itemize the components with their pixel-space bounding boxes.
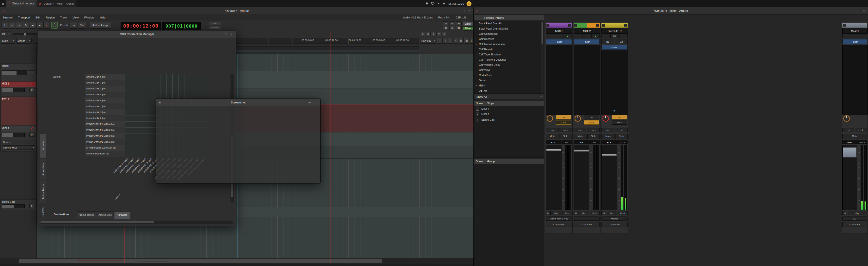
comments-button[interactable]: Comments bbox=[574, 222, 600, 227]
page-tab-editor[interactable]: Editor bbox=[463, 22, 473, 26]
sync-source-combo[interactable]: Int. bbox=[1, 32, 11, 36]
port-row[interactable]: Unitor8 MIDI 2 (in) bbox=[85, 103, 125, 109]
group-button[interactable]: Grp bbox=[579, 211, 589, 215]
strips-list[interactable]: MIDI 1 MIDI 2 Stereo GTR bbox=[474, 106, 544, 158]
fader-processor-button[interactable]: Fader bbox=[842, 39, 867, 44]
port-row[interactable]: Unitor8 MIDI 4 (in) bbox=[85, 92, 125, 98]
mouse-mode-stretch-button[interactable]: ↔ bbox=[448, 38, 453, 43]
monitor-disk-button[interactable]: Disk bbox=[556, 120, 571, 125]
zoom-fit-button[interactable]: ▢ bbox=[436, 32, 441, 36]
zoom-in-button[interactable]: ⊕ bbox=[426, 32, 431, 36]
solo-indicator-button[interactable]: Solo bbox=[209, 22, 221, 25]
port-row[interactable]: Unitor8 MIDI 6 (in) bbox=[85, 74, 125, 80]
audition-indicator-button[interactable]: Audition bbox=[209, 26, 221, 29]
checkbox-checked-icon[interactable] bbox=[476, 118, 479, 122]
taskbar-window-editor[interactable]: A *Default 4 - Ardour bbox=[6, 0, 36, 7]
menu-window[interactable]: Window bbox=[84, 16, 94, 19]
destination-tab-ardour-misc[interactable]: Ardour Misc bbox=[97, 211, 114, 218]
solo-lock-button[interactable]: Lock bbox=[559, 128, 572, 132]
gain-fader[interactable] bbox=[574, 145, 589, 210]
source-tab-ardour-tracks[interactable]: Ardour Tracks bbox=[40, 180, 46, 203]
mute-button[interactable]: Mute bbox=[574, 134, 587, 139]
strip-header-icon[interactable] bbox=[547, 24, 549, 27]
playhead-line[interactable] bbox=[330, 31, 331, 265]
gain-display[interactable]: -1.2 bbox=[546, 140, 561, 144]
solo-iso-button[interactable]: Iso bbox=[601, 128, 614, 132]
display-icon[interactable] bbox=[431, 2, 434, 5]
track-header-master[interactable]: Master bbox=[0, 64, 36, 81]
track-name[interactable]: Stereo GTR bbox=[1, 200, 36, 203]
port-row[interactable]: Unitor8 MIDI 1 (in) bbox=[85, 86, 125, 92]
primary-clock[interactable]: 00:00:12:00 bbox=[121, 22, 161, 30]
layout-icon-button[interactable]: ⊞ bbox=[449, 26, 455, 30]
zoom-focus-combo[interactable]: Playhead bbox=[420, 38, 436, 43]
ruler-menu-button[interactable]: ≡ bbox=[442, 32, 447, 36]
stop-button[interactable]: ■ bbox=[36, 22, 43, 29]
monitor-disk-button[interactable]: Disk bbox=[612, 120, 627, 125]
pan-knob[interactable] bbox=[547, 115, 553, 122]
mouse-mode-range-button[interactable]: ▢ bbox=[442, 38, 447, 43]
horizontal-scrollbar[interactable] bbox=[40, 221, 233, 224]
output-button[interactable]: 1/2 bbox=[842, 217, 867, 221]
menu-session[interactable]: Session bbox=[2, 16, 12, 19]
strip-name-button[interactable]: Master bbox=[842, 28, 868, 34]
groups-list[interactable] bbox=[474, 164, 544, 266]
dialog-titlebar[interactable]: ◉ Screenshot — × bbox=[156, 99, 320, 106]
favorite-plugins-list[interactable]: Black Pearl Drumkit Black Pearl Drumkit … bbox=[474, 21, 544, 94]
processor-box[interactable] bbox=[546, 45, 572, 114]
strip-input-button[interactable] bbox=[842, 34, 867, 38]
slider-thumb[interactable] bbox=[24, 33, 26, 35]
menu-transport[interactable]: Transport bbox=[18, 16, 30, 19]
favorite-plugins-header[interactable]: Favorite Plugins bbox=[474, 15, 544, 21]
midnam-device-combo[interactable]: Generic bbox=[2, 140, 35, 144]
meter-point-button[interactable]: Post bbox=[618, 211, 627, 215]
maximize-icon[interactable]: □ bbox=[225, 33, 227, 36]
solo-lock-button[interactable]: Lock bbox=[615, 128, 627, 132]
output-button[interactable]: Master bbox=[601, 217, 627, 221]
midnam-mode-combo[interactable]: General MIDI bbox=[2, 145, 35, 150]
mouse-mode-object-button[interactable]: ▸ bbox=[437, 38, 442, 43]
midi-input-led-icon[interactable] bbox=[563, 34, 572, 38]
goto-start-button[interactable]: « bbox=[9, 22, 15, 29]
processor-box[interactable] bbox=[842, 45, 868, 114]
peak-display[interactable]: -inf bbox=[561, 140, 572, 144]
solo-button[interactable]: Solo bbox=[559, 134, 572, 139]
close-icon[interactable]: × bbox=[231, 33, 232, 36]
track-header-midi1[interactable]: MIDI 1 P bbox=[0, 81, 36, 97]
output-button[interactable]: - bbox=[574, 217, 600, 221]
edit-point-combo[interactable]: Mouse bbox=[16, 38, 32, 43]
minimize-icon[interactable]: — bbox=[308, 101, 311, 104]
peak-display[interactable]: -88.3 bbox=[857, 140, 867, 144]
zoom-out-button[interactable]: ⊖ bbox=[431, 32, 436, 36]
meter-point-marker-icon[interactable] bbox=[613, 109, 616, 112]
fader-handle[interactable] bbox=[602, 154, 617, 156]
strip-io-display[interactable]: 1/4 bbox=[610, 34, 619, 38]
port-row[interactable]: Unitor8 MIDI 7 (in) bbox=[85, 80, 125, 86]
group-button[interactable]: Grp bbox=[848, 211, 867, 215]
strip-input-button[interactable] bbox=[546, 34, 554, 38]
dialog-titlebar[interactable]: MIDI Connection Manager □ × bbox=[38, 31, 236, 38]
strip-header-icon[interactable] bbox=[596, 24, 599, 27]
solo-iso-button[interactable]: Iso bbox=[842, 128, 854, 132]
port-row[interactable]: Unitor8 MIDI 3 (in) bbox=[85, 109, 125, 115]
peak-display[interactable]: -inf bbox=[589, 140, 600, 144]
processor-box[interactable] bbox=[601, 51, 628, 114]
meter-point-button[interactable]: Post bbox=[562, 211, 572, 215]
strip-trim-button[interactable] bbox=[583, 34, 591, 38]
strip-name-button[interactable]: MIDI 2 bbox=[574, 28, 600, 34]
peak-display[interactable]: -73.7 bbox=[617, 140, 627, 144]
track-playlist-button[interactable]: P bbox=[29, 204, 34, 208]
trim-knob[interactable] bbox=[602, 115, 609, 122]
strip-name-button[interactable]: Stereo GTR bbox=[601, 28, 628, 34]
balance-knob[interactable] bbox=[843, 115, 850, 122]
fader-processor-button[interactable]: Fader bbox=[574, 39, 600, 44]
track-name[interactable]: TX812 bbox=[1, 97, 36, 101]
solo-lock-button[interactable]: Lock bbox=[587, 128, 600, 132]
group-button[interactable]: Grp bbox=[551, 211, 561, 215]
track-playlist-button[interactable]: P bbox=[29, 88, 34, 92]
solo-button[interactable]: Solo bbox=[615, 134, 627, 139]
comments-button[interactable]: Comments bbox=[601, 222, 627, 227]
punch-out-button[interactable]: Out bbox=[78, 22, 86, 29]
minimize-icon[interactable]: — bbox=[457, 9, 460, 12]
jack-sync-button[interactable] bbox=[51, 22, 58, 29]
